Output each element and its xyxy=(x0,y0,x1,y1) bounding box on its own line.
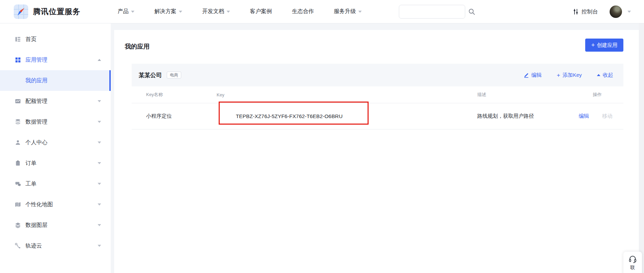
sidebar-item-quota[interactable]: 配额管理 xyxy=(0,91,111,112)
nav-label: 产品 xyxy=(118,8,129,15)
clipboard-icon xyxy=(14,160,21,167)
table-header-row: Key名称 Key 描述 操作 xyxy=(132,86,623,103)
sidebar-label: 个人中心 xyxy=(25,139,47,146)
pencil-icon xyxy=(524,73,529,78)
chevron-down-icon xyxy=(98,203,101,206)
sidebar-label: 应用管理 xyxy=(25,56,47,64)
scrollbar-track[interactable] xyxy=(639,23,644,273)
main-content: 我的应用 + 创建应用 某某公司 电商 xyxy=(114,30,639,273)
edit-key-link[interactable]: 编辑 xyxy=(579,113,589,119)
avatar[interactable] xyxy=(610,6,622,18)
page-title-row: 我的应用 + 创建应用 xyxy=(114,30,639,64)
nav-item-eco[interactable]: 生态合作 xyxy=(292,8,314,15)
headset-icon xyxy=(628,255,637,264)
sidebar-label: 个性化地图 xyxy=(25,201,53,208)
chevron-down-icon xyxy=(227,11,230,13)
sidebar-item-app-management[interactable]: 应用管理 xyxy=(0,50,111,70)
chevron-down-icon xyxy=(98,121,101,123)
collapse-link[interactable]: 收起 xyxy=(597,72,613,78)
top-nav: 产品 解决方案 开发文档 客户案例 生态合作 服务升级 xyxy=(118,8,362,15)
app-card: 某某公司 电商 编辑 + 添加Key xyxy=(132,64,623,129)
console-link[interactable]: 控制台 xyxy=(573,8,598,15)
nav-label: 解决方案 xyxy=(154,8,176,15)
category-badge: 电商 xyxy=(167,72,181,78)
nav-label: 开发文档 xyxy=(202,8,224,15)
chevron-down-icon xyxy=(98,245,101,247)
sidebar-label: 数据图层 xyxy=(25,222,47,229)
plus-icon: + xyxy=(557,72,560,78)
move-key-link[interactable]: 移动 xyxy=(602,113,612,119)
nav-item-products[interactable]: 产品 xyxy=(118,8,134,15)
add-key-link[interactable]: + 添加Key xyxy=(557,72,582,78)
header-right: 控制台 xyxy=(573,0,631,23)
col-header-description: 描述 xyxy=(477,92,579,98)
nav-item-solutions[interactable]: 解决方案 xyxy=(154,8,182,15)
plus-icon: + xyxy=(591,42,595,48)
search-input[interactable] xyxy=(399,5,468,18)
chevron-down-icon xyxy=(98,100,101,102)
chevron-down-icon[interactable] xyxy=(627,11,631,13)
sidebar-item-data-layers[interactable]: 数据图层 xyxy=(0,215,111,235)
layers-icon xyxy=(14,222,21,229)
company-name: 某某公司 xyxy=(139,71,162,79)
sidebar-item-tickets[interactable]: 工单 xyxy=(0,174,111,194)
add-key-label: 添加Key xyxy=(563,72,582,78)
nav-item-cases[interactable]: 客户案例 xyxy=(250,8,272,15)
sidebar-label: 首页 xyxy=(25,36,36,43)
chat-bubbles-icon xyxy=(14,180,21,187)
body: 首页 应用管理 我的应用 xyxy=(0,23,644,273)
search-icon[interactable] xyxy=(468,8,475,15)
nav-item-upgrade[interactable]: 服务升级 xyxy=(334,8,362,15)
sidebar-item-orders[interactable]: 订单 xyxy=(0,153,111,174)
sidebar-label: 数据管理 xyxy=(25,118,47,126)
sidebar-item-personal-center[interactable]: 个人中心 xyxy=(0,132,111,153)
page-title: 我的应用 xyxy=(125,42,150,51)
app-card-header: 某某公司 电商 编辑 + 添加Key xyxy=(132,64,623,86)
chevron-down-icon xyxy=(358,11,362,13)
sidebar-label: 工单 xyxy=(25,180,36,188)
sidebar-item-custom-map[interactable]: 个性化地图 xyxy=(0,194,111,215)
home-list-icon xyxy=(14,36,21,43)
nav-item-docs[interactable]: 开发文档 xyxy=(202,8,230,15)
card-actions: 编辑 + 添加Key 收起 xyxy=(524,72,613,78)
nav-label: 客户案例 xyxy=(250,8,272,15)
key-cell: TEPBZ-XZ76J-5ZYF6-FX762-T6EB2-O6BRU xyxy=(217,113,477,119)
edit-app-link[interactable]: 编辑 xyxy=(524,72,542,78)
sidebar-label: 订单 xyxy=(25,160,36,167)
sidebar-item-my-apps[interactable]: 我的应用 xyxy=(0,70,111,91)
route-icon xyxy=(14,242,21,249)
sidebar-item-home[interactable]: 首页 xyxy=(0,29,111,50)
quota-chart-icon xyxy=(14,98,21,105)
chevron-down-icon xyxy=(179,11,182,13)
contact-widget[interactable]: 联 xyxy=(623,252,642,273)
description-cell: 路线规划，获取用户路径 xyxy=(477,113,579,119)
create-app-button[interactable]: + 创建应用 xyxy=(585,39,623,52)
sidebar: 首页 应用管理 我的应用 xyxy=(0,23,111,273)
sidebar-item-track-cloud[interactable]: 轨迹云 xyxy=(0,235,111,256)
compass-logo-icon xyxy=(14,4,28,19)
col-header-actions: 操作 xyxy=(579,92,623,98)
edit-app-label: 编辑 xyxy=(531,72,542,78)
page: 腾讯位置服务 产品 解决方案 开发文档 客户案例 生态合作 服务升级 xyxy=(0,0,644,273)
sliders-icon xyxy=(573,9,579,15)
sidebar-label: 我的应用 xyxy=(25,77,47,84)
triangle-up-icon xyxy=(597,74,600,76)
table-row: 小程序定位 TEPBZ-XZ76J-5ZYF6-FX762-T6EB2-O6BR… xyxy=(132,103,623,129)
sidebar-label: 配额管理 xyxy=(25,98,47,105)
nav-label: 服务升级 xyxy=(334,8,356,15)
brand[interactable]: 腾讯位置服务 xyxy=(0,4,103,19)
nav-label: 生态合作 xyxy=(292,8,314,15)
map-icon xyxy=(14,201,21,208)
top-header: 腾讯位置服务 产品 解决方案 开发文档 客户案例 生态合作 服务升级 xyxy=(0,0,644,23)
search-box xyxy=(399,5,465,19)
create-app-label: 创建应用 xyxy=(597,42,618,49)
col-header-key: Key xyxy=(217,92,477,97)
user-icon xyxy=(14,139,21,146)
chevron-down-icon xyxy=(131,11,134,13)
collapse-label: 收起 xyxy=(603,72,613,78)
actions-cell: 编辑 移动 xyxy=(579,113,623,119)
sidebar-item-data-management[interactable]: 数据管理 xyxy=(0,112,111,132)
sidebar-label: 轨迹云 xyxy=(25,242,42,250)
chevron-up-icon xyxy=(98,59,101,61)
col-header-key-name: Key名称 xyxy=(132,92,217,98)
